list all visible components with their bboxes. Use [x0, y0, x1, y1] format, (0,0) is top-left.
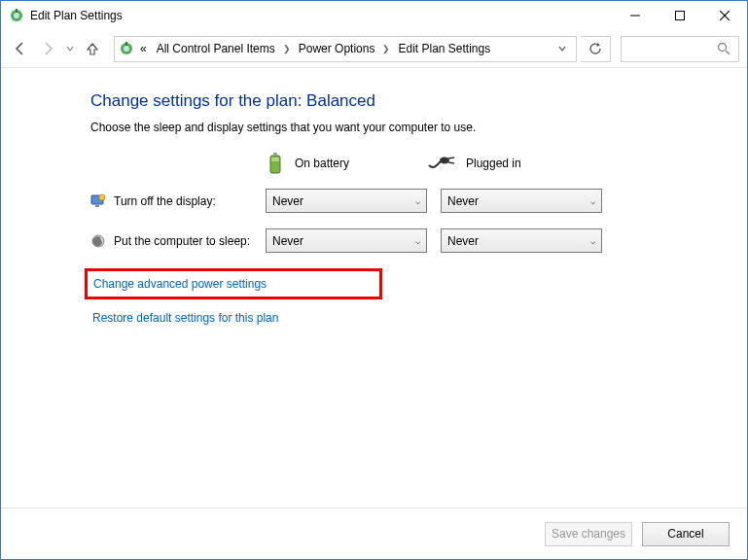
location-icon: [119, 41, 134, 56]
save-button: Save changes: [545, 522, 632, 546]
chevron-down-icon: ⌵: [415, 196, 420, 206]
search-input[interactable]: [621, 36, 739, 62]
app-icon: [9, 8, 24, 23]
display-plugged-dropdown[interactable]: Never⌵: [441, 189, 602, 213]
sleep-label-group: Put the computer to sleep:: [90, 233, 266, 249]
up-button[interactable]: [81, 37, 104, 60]
chevron-right-icon[interactable]: ❯: [281, 44, 293, 53]
plug-icon: [427, 156, 456, 171]
refresh-button[interactable]: [581, 36, 611, 62]
links-section: Change advanced power settings Restore d…: [90, 268, 747, 331]
svg-point-8: [124, 46, 129, 52]
plugged-in-header: Plugged in: [427, 152, 588, 175]
page-description: Choose the sleep and display settings th…: [90, 121, 747, 134]
breadcrumb-prefix: «: [136, 42, 151, 55]
breadcrumb-item[interactable]: Power Options: [295, 42, 379, 55]
on-battery-header: On battery: [266, 152, 427, 175]
display-label-group: Turn off the display:: [90, 193, 266, 209]
column-headers: On battery Plugged in: [266, 152, 747, 175]
sleep-label: Put the computer to sleep:: [114, 234, 250, 248]
footer: Save changes Cancel: [1, 508, 747, 559]
svg-point-20: [99, 194, 105, 200]
window-controls: [613, 1, 747, 30]
svg-rect-4: [676, 12, 685, 20]
minimize-button[interactable]: [613, 1, 658, 30]
breadcrumb-item[interactable]: All Control Panel Items: [153, 42, 279, 55]
svg-line-11: [726, 51, 730, 54]
chevron-down-icon: ⌵: [415, 236, 420, 246]
battery-icon: [266, 152, 285, 175]
on-battery-label: On battery: [295, 157, 349, 170]
address-dropdown-button[interactable]: [552, 45, 572, 52]
chevron-down-icon: ⌵: [590, 196, 595, 206]
breadcrumb-item[interactable]: Edit Plan Settings: [394, 42, 494, 55]
page-heading: Change settings for the plan: Balanced: [90, 91, 747, 111]
titlebar: Edit Plan Settings: [1, 1, 747, 30]
svg-rect-14: [271, 158, 279, 161]
sleep-plugged-dropdown[interactable]: Never⌵: [441, 228, 602, 253]
recent-locations-button[interactable]: [63, 37, 77, 60]
svg-point-1: [14, 13, 19, 18]
sleep-row: Put the computer to sleep: Never⌵ Never⌵: [90, 228, 747, 253]
content-area: Change settings for the plan: Balanced C…: [1, 68, 747, 508]
plugged-in-label: Plugged in: [466, 157, 521, 170]
svg-point-10: [719, 44, 727, 52]
svg-rect-2: [16, 9, 18, 13]
advanced-settings-link[interactable]: Change advanced power settings: [91, 271, 268, 297]
display-row: Turn off the display: Never⌵ Never⌵: [90, 189, 747, 213]
highlight-box: Change advanced power settings: [85, 268, 382, 299]
forward-button[interactable]: [36, 37, 59, 60]
svg-rect-19: [95, 205, 99, 207]
address-bar[interactable]: « All Control Panel Items ❯ Power Option…: [114, 36, 577, 62]
window: Edit Plan Settings « All Control Panel I…: [0, 0, 748, 560]
sleep-icon: [90, 233, 106, 249]
chevron-right-icon[interactable]: ❯: [380, 44, 392, 53]
display-battery-dropdown[interactable]: Never⌵: [266, 189, 427, 213]
navbar: « All Control Panel Items ❯ Power Option…: [1, 30, 747, 68]
svg-point-15: [440, 158, 449, 164]
back-button[interactable]: [9, 37, 32, 60]
svg-rect-9: [125, 42, 127, 46]
svg-rect-13: [273, 153, 277, 156]
cancel-button[interactable]: Cancel: [642, 522, 730, 546]
svg-line-17: [448, 162, 454, 163]
svg-line-16: [448, 158, 454, 158]
display-icon: [90, 193, 106, 209]
maximize-button[interactable]: [658, 1, 702, 30]
titlebar-left: Edit Plan Settings: [9, 8, 123, 23]
chevron-down-icon: ⌵: [590, 236, 595, 246]
search-icon: [717, 42, 730, 55]
sleep-battery-dropdown[interactable]: Never⌵: [266, 228, 427, 253]
display-label: Turn off the display:: [114, 194, 216, 208]
window-title: Edit Plan Settings: [30, 9, 123, 22]
close-button[interactable]: [702, 1, 747, 30]
restore-defaults-link[interactable]: Restore default settings for this plan: [90, 305, 280, 331]
